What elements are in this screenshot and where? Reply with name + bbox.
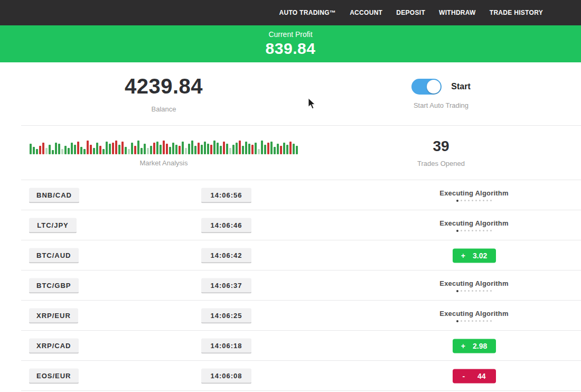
- profit-badge: +3.02: [453, 248, 496, 263]
- progress-dots: [456, 290, 492, 292]
- market-bar: [245, 142, 247, 154]
- market-bar: [172, 143, 174, 154]
- market-bar: [125, 147, 127, 154]
- progress-dot: [483, 290, 484, 292]
- auto-trading-block: Start Start Auto Trading: [327, 62, 581, 125]
- market-bar: [248, 144, 250, 154]
- market-analysis-block: Market Analysis: [0, 126, 327, 180]
- progress-dot: [461, 290, 462, 292]
- progress-dot: [483, 320, 484, 322]
- pair-badge: BTC/GBP: [29, 278, 79, 293]
- nav-withdraw[interactable]: WITHDRAW: [439, 9, 476, 16]
- current-profit-banner: Current Profit 839.84: [0, 25, 581, 62]
- market-bar: [194, 146, 196, 154]
- market-bar: [220, 146, 222, 154]
- start-auto-trading-toggle[interactable]: [411, 79, 442, 95]
- trade-row: BTC/GBP14:06:37Executing Algorithm: [0, 270, 581, 301]
- profit-badge: +2.98: [453, 339, 496, 353]
- progress-dot: [464, 290, 466, 292]
- market-bar: [182, 142, 184, 154]
- market-bar: [188, 144, 190, 154]
- market-bar: [42, 143, 44, 154]
- pair-badge: BTC/AUD: [29, 248, 79, 263]
- trade-status: +2.98: [420, 339, 528, 353]
- market-bar: [39, 146, 41, 154]
- market-bar: [134, 146, 136, 154]
- progress-dot: [490, 230, 492, 231]
- progress-dot: [456, 200, 458, 202]
- market-bar: [226, 144, 228, 154]
- trade-time: 14:06:56: [201, 188, 251, 203]
- market-bar: [274, 147, 276, 154]
- market-bar: [90, 145, 92, 154]
- trade-status: Executing Algorithm: [420, 219, 528, 232]
- market-bar: [223, 142, 225, 154]
- market-bar: [267, 143, 269, 154]
- market-bar: [93, 148, 95, 154]
- market-bar: [280, 146, 282, 154]
- market-bar: [204, 142, 206, 154]
- toggle-knob: [427, 80, 441, 94]
- market-bar: [232, 145, 235, 154]
- market-bar: [77, 142, 79, 154]
- trade-time: 14:06:25: [201, 308, 251, 323]
- market-bar: [289, 142, 292, 154]
- progress-dots: [456, 320, 492, 322]
- progress-dot: [468, 320, 470, 322]
- market-bar: [286, 145, 288, 154]
- market-bar: [58, 144, 60, 154]
- trade-status: +3.02: [420, 248, 528, 263]
- badge-sign: +: [461, 342, 465, 350]
- trade-status: Executing Algorithm: [420, 310, 528, 322]
- market-bar: [74, 145, 76, 154]
- market-bar: [80, 147, 82, 154]
- market-bar: [251, 145, 254, 154]
- market-bar: [175, 145, 177, 154]
- trade-time: 14:06:08: [201, 368, 251, 384]
- market-bar: [296, 146, 298, 154]
- market-bar: [36, 149, 38, 154]
- trade-row: LTC/JPY14:06:46Executing Algorithm: [0, 210, 581, 240]
- progress-dot: [486, 290, 488, 292]
- trade-status: Executing Algorithm: [420, 189, 528, 202]
- nav-deposit[interactable]: DEPOSIT: [396, 9, 425, 16]
- market-bar: [33, 147, 35, 154]
- market-bar: [112, 143, 114, 154]
- nav-auto-trading[interactable]: AUTO TRADING™: [279, 9, 336, 16]
- progress-dot: [472, 290, 473, 292]
- market-bar: [55, 143, 57, 154]
- market-bar: [207, 144, 209, 154]
- auto-trading-caption: Start Auto Trading: [414, 101, 468, 109]
- market-section: Market Analysis 39 Trades Opened: [0, 126, 581, 180]
- trades-opened-value: 39: [433, 138, 449, 155]
- market-bar: [160, 145, 162, 154]
- market-bar: [150, 146, 152, 154]
- pair-badge: LTC/JPY: [29, 218, 77, 233]
- trade-status: -44: [420, 369, 528, 383]
- progress-dot: [475, 320, 477, 322]
- market-bar: [210, 145, 212, 154]
- market-bar: [163, 141, 165, 154]
- market-bar: [201, 145, 203, 154]
- market-bar: [115, 141, 117, 154]
- progress-dot: [461, 200, 462, 201]
- market-bar: [236, 143, 238, 154]
- progress-dot: [486, 200, 488, 201]
- progress-dot: [475, 200, 477, 201]
- market-bar: [191, 141, 193, 154]
- progress-dot: [472, 230, 473, 231]
- loss-badge: -44: [453, 369, 496, 383]
- stats-section: 4239.84 Balance Start Start Auto Trading: [0, 62, 581, 125]
- badge-value: 44: [477, 372, 486, 380]
- market-bar: [277, 144, 279, 154]
- progress-dot: [483, 200, 484, 201]
- progress-dot: [475, 290, 477, 292]
- market-bar: [68, 148, 70, 154]
- market-bar: [213, 141, 215, 154]
- market-bar: [270, 142, 273, 154]
- nav-trade-history[interactable]: TRADE HISTORY: [490, 9, 543, 16]
- progress-dot: [490, 200, 492, 201]
- progress-dot: [486, 320, 488, 322]
- badge-sign: -: [462, 372, 465, 380]
- nav-account[interactable]: ACCOUNT: [350, 9, 382, 16]
